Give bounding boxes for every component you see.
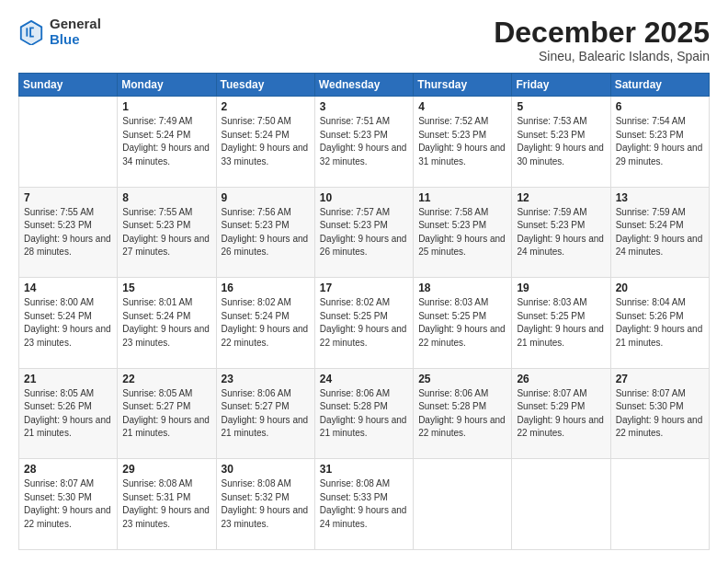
col-sunday: Sunday bbox=[19, 74, 118, 97]
cell-details: Sunrise: 8:00 AMSunset: 5:24 PMDaylight:… bbox=[24, 297, 111, 348]
col-monday: Monday bbox=[118, 74, 216, 97]
cell-details: Sunrise: 7:50 AMSunset: 5:24 PMDaylight:… bbox=[222, 116, 309, 167]
table-row: 6 Sunrise: 7:54 AMSunset: 5:23 PMDayligh… bbox=[610, 97, 709, 188]
cell-details: Sunrise: 8:04 AMSunset: 5:26 PMDaylight:… bbox=[616, 297, 703, 348]
cell-details: Sunrise: 8:07 AMSunset: 5:30 PMDaylight:… bbox=[24, 478, 111, 529]
day-number: 20 bbox=[616, 282, 704, 294]
day-number: 19 bbox=[517, 282, 605, 294]
cell-details: Sunrise: 7:55 AMSunset: 5:23 PMDaylight:… bbox=[24, 207, 111, 258]
cell-details: Sunrise: 7:51 AMSunset: 5:23 PMDaylight:… bbox=[320, 116, 407, 167]
table-row: 11 Sunrise: 7:58 AMSunset: 5:23 PMDaylig… bbox=[414, 187, 512, 278]
cell-details: Sunrise: 7:59 AMSunset: 5:23 PMDaylight:… bbox=[517, 207, 604, 258]
day-number: 4 bbox=[418, 100, 506, 113]
subtitle: Sineu, Balearic Islands, Spain bbox=[494, 49, 710, 63]
cell-details: Sunrise: 7:59 AMSunset: 5:24 PMDaylight:… bbox=[616, 207, 703, 258]
table-row bbox=[610, 459, 709, 550]
table-row: 14 Sunrise: 8:00 AMSunset: 5:24 PMDaylig… bbox=[19, 278, 118, 369]
day-number: 16 bbox=[222, 282, 310, 294]
table-row: 29 Sunrise: 8:08 AMSunset: 5:31 PMDaylig… bbox=[118, 459, 216, 550]
cell-details: Sunrise: 7:55 AMSunset: 5:23 PMDaylight:… bbox=[122, 207, 210, 258]
cell-details: Sunrise: 7:49 AMSunset: 5:24 PMDaylight:… bbox=[122, 116, 210, 167]
day-number: 18 bbox=[418, 282, 506, 294]
cell-details: Sunrise: 8:08 AMSunset: 5:32 PMDaylight:… bbox=[222, 478, 309, 529]
table-row: 1 Sunrise: 7:49 AMSunset: 5:24 PMDayligh… bbox=[118, 97, 216, 188]
calendar-week-4: 21 Sunrise: 8:05 AMSunset: 5:26 PMDaylig… bbox=[19, 368, 710, 459]
calendar-week-3: 14 Sunrise: 8:00 AMSunset: 5:24 PMDaylig… bbox=[19, 278, 710, 369]
table-row: 5 Sunrise: 7:53 AMSunset: 5:23 PMDayligh… bbox=[512, 97, 610, 188]
col-friday: Friday bbox=[512, 74, 610, 97]
day-number: 28 bbox=[24, 463, 112, 476]
table-row: 2 Sunrise: 7:50 AMSunset: 5:24 PMDayligh… bbox=[216, 97, 314, 188]
calendar-week-1: 1 Sunrise: 7:49 AMSunset: 5:24 PMDayligh… bbox=[19, 97, 710, 188]
table-row: 13 Sunrise: 7:59 AMSunset: 5:24 PMDaylig… bbox=[610, 187, 709, 278]
table-row: 30 Sunrise: 8:08 AMSunset: 5:32 PMDaylig… bbox=[216, 459, 314, 550]
day-number: 15 bbox=[122, 282, 210, 294]
calendar-week-2: 7 Sunrise: 7:55 AMSunset: 5:23 PMDayligh… bbox=[19, 187, 710, 278]
col-saturday: Saturday bbox=[610, 74, 709, 97]
col-tuesday: Tuesday bbox=[216, 74, 314, 97]
table-row: 27 Sunrise: 8:07 AMSunset: 5:30 PMDaylig… bbox=[610, 368, 709, 459]
calendar-header-row: Sunday Monday Tuesday Wednesday Thursday… bbox=[19, 74, 710, 97]
cell-details: Sunrise: 8:03 AMSunset: 5:25 PMDaylight:… bbox=[517, 297, 604, 348]
day-number: 26 bbox=[517, 373, 605, 385]
cell-details: Sunrise: 7:54 AMSunset: 5:23 PMDaylight:… bbox=[616, 116, 703, 167]
day-number: 13 bbox=[616, 191, 704, 204]
table-row: 7 Sunrise: 7:55 AMSunset: 5:23 PMDayligh… bbox=[19, 187, 118, 278]
cell-details: Sunrise: 8:01 AMSunset: 5:24 PMDaylight:… bbox=[122, 297, 210, 348]
cell-details: Sunrise: 7:56 AMSunset: 5:23 PMDaylight:… bbox=[222, 207, 309, 258]
day-number: 10 bbox=[320, 191, 408, 204]
table-row bbox=[512, 459, 610, 550]
day-number: 8 bbox=[122, 191, 210, 204]
day-number: 29 bbox=[122, 463, 210, 476]
logo: General Blue bbox=[18, 17, 101, 47]
day-number: 24 bbox=[320, 373, 408, 385]
day-number: 21 bbox=[24, 373, 112, 385]
logo-general-text: General bbox=[50, 17, 101, 32]
col-wednesday: Wednesday bbox=[314, 74, 413, 97]
cell-details: Sunrise: 8:05 AMSunset: 5:27 PMDaylight:… bbox=[122, 388, 210, 439]
table-row: 16 Sunrise: 8:02 AMSunset: 5:24 PMDaylig… bbox=[216, 278, 314, 369]
day-number: 23 bbox=[222, 373, 310, 385]
cell-details: Sunrise: 8:06 AMSunset: 5:28 PMDaylight:… bbox=[418, 388, 506, 439]
cell-details: Sunrise: 8:07 AMSunset: 5:29 PMDaylight:… bbox=[517, 388, 604, 439]
cell-details: Sunrise: 7:53 AMSunset: 5:23 PMDaylight:… bbox=[517, 116, 604, 167]
logo-blue-text: Blue bbox=[50, 32, 101, 48]
table-row: 8 Sunrise: 7:55 AMSunset: 5:23 PMDayligh… bbox=[118, 187, 216, 278]
cell-details: Sunrise: 8:08 AMSunset: 5:33 PMDaylight:… bbox=[320, 478, 407, 529]
table-row: 12 Sunrise: 7:59 AMSunset: 5:23 PMDaylig… bbox=[512, 187, 610, 278]
table-row bbox=[414, 459, 512, 550]
day-number: 6 bbox=[616, 100, 704, 113]
day-number: 2 bbox=[222, 100, 310, 113]
day-number: 11 bbox=[418, 191, 506, 204]
cell-details: Sunrise: 8:02 AMSunset: 5:24 PMDaylight:… bbox=[222, 297, 309, 348]
table-row: 19 Sunrise: 8:03 AMSunset: 5:25 PMDaylig… bbox=[512, 278, 610, 369]
day-number: 17 bbox=[320, 282, 408, 294]
table-row: 15 Sunrise: 8:01 AMSunset: 5:24 PMDaylig… bbox=[118, 278, 216, 369]
day-number: 5 bbox=[517, 100, 605, 113]
col-thursday: Thursday bbox=[414, 74, 512, 97]
cell-details: Sunrise: 8:05 AMSunset: 5:26 PMDaylight:… bbox=[24, 388, 111, 439]
cell-details: Sunrise: 8:07 AMSunset: 5:30 PMDaylight:… bbox=[616, 388, 703, 439]
table-row: 10 Sunrise: 7:57 AMSunset: 5:23 PMDaylig… bbox=[314, 187, 413, 278]
table-row: 26 Sunrise: 8:07 AMSunset: 5:29 PMDaylig… bbox=[512, 368, 610, 459]
day-number: 22 bbox=[122, 373, 210, 385]
table-row: 9 Sunrise: 7:56 AMSunset: 5:23 PMDayligh… bbox=[216, 187, 314, 278]
calendar-week-5: 28 Sunrise: 8:07 AMSunset: 5:30 PMDaylig… bbox=[19, 459, 710, 550]
table-row: 23 Sunrise: 8:06 AMSunset: 5:27 PMDaylig… bbox=[216, 368, 314, 459]
logo-icon bbox=[18, 19, 44, 45]
table-row: 3 Sunrise: 7:51 AMSunset: 5:23 PMDayligh… bbox=[314, 97, 413, 188]
table-row: 18 Sunrise: 8:03 AMSunset: 5:25 PMDaylig… bbox=[414, 278, 512, 369]
cell-details: Sunrise: 7:52 AMSunset: 5:23 PMDaylight:… bbox=[418, 116, 506, 167]
day-number: 27 bbox=[616, 373, 704, 385]
table-row: 25 Sunrise: 8:06 AMSunset: 5:28 PMDaylig… bbox=[414, 368, 512, 459]
title-block: December 2025 Sineu, Balearic Islands, S… bbox=[494, 17, 710, 63]
cell-details: Sunrise: 7:58 AMSunset: 5:23 PMDaylight:… bbox=[418, 207, 506, 258]
cell-details: Sunrise: 8:06 AMSunset: 5:27 PMDaylight:… bbox=[222, 388, 309, 439]
table-row: 21 Sunrise: 8:05 AMSunset: 5:26 PMDaylig… bbox=[19, 368, 118, 459]
table-row: 4 Sunrise: 7:52 AMSunset: 5:23 PMDayligh… bbox=[414, 97, 512, 188]
header: General Blue December 2025 Sineu, Balear… bbox=[18, 17, 710, 63]
day-number: 25 bbox=[418, 373, 506, 385]
table-row: 24 Sunrise: 8:06 AMSunset: 5:28 PMDaylig… bbox=[314, 368, 413, 459]
calendar-table: Sunday Monday Tuesday Wednesday Thursday… bbox=[18, 73, 710, 550]
cell-details: Sunrise: 7:57 AMSunset: 5:23 PMDaylight:… bbox=[320, 207, 407, 258]
